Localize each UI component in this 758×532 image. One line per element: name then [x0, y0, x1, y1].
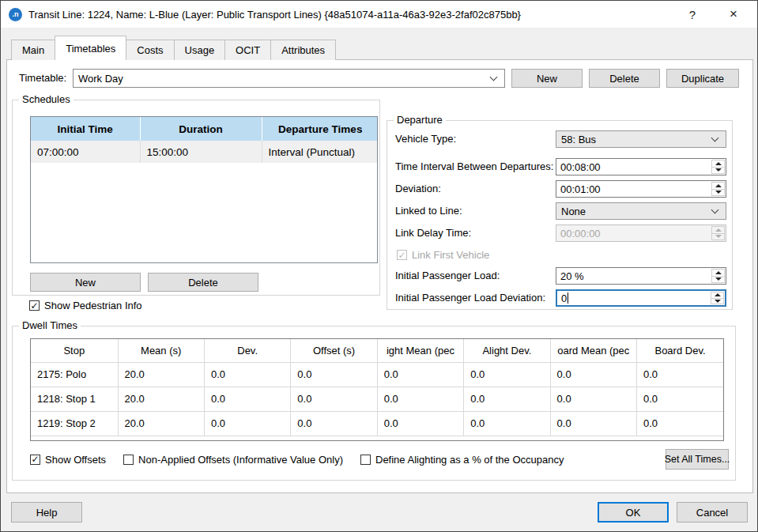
dwell-cell[interactable]: 0.0	[550, 387, 636, 411]
non-applied-offsets-checkbox[interactable]: Non-Applied Offsets (Informative Value O…	[123, 454, 343, 466]
tab-costs[interactable]: Costs	[126, 40, 174, 60]
dwell-row-1219[interactable]: 1219: Stop 2 20.0 0.0 0.0 0.0 0.0 0.0 0.…	[31, 411, 723, 436]
initial-passenger-load-deviation-spinner[interactable]: 0	[556, 289, 726, 307]
dwell-cell[interactable]: 0.0	[291, 411, 377, 436]
schedules-col-duration[interactable]: Duration	[140, 117, 262, 141]
spinner-arrows-icon[interactable]	[711, 269, 725, 283]
app-logo-icon: .n	[9, 8, 22, 21]
deviation-value: 00:01:00	[556, 181, 711, 197]
cancel-button[interactable]: Cancel	[677, 502, 748, 523]
tab-attributes[interactable]: Attributes	[270, 40, 336, 60]
tab-timetables[interactable]: Timetables	[55, 36, 126, 60]
dwell-cell[interactable]: 0.0	[464, 387, 550, 411]
dwell-cell[interactable]: 0.0	[637, 387, 723, 411]
initial-passenger-load-value: 20 %	[556, 268, 711, 284]
show-offsets-checkbox[interactable]: ✓ Show Offsets	[30, 454, 106, 466]
dwell-cell[interactable]: 0.0	[637, 411, 723, 436]
spinner-arrows-icon[interactable]	[711, 292, 724, 304]
timetable-selected-value: Work Day	[74, 73, 491, 85]
dwell-cell[interactable]: 0.0	[377, 387, 463, 411]
dwell-options-row: ✓ Show Offsets Non-Applied Offsets (Info…	[30, 449, 564, 470]
dwell-cell[interactable]: 0.0	[291, 362, 377, 387]
dwell-cell[interactable]: 0.0	[291, 387, 377, 411]
dwell-cell[interactable]: 0.0	[550, 411, 636, 436]
window-title: Transit Line: 1224, Name: L-Blue (Layer:…	[28, 9, 521, 21]
transit-line-dialog: .n Transit Line: 1224, Name: L-Blue (Lay…	[0, 0, 758, 532]
dwell-cell[interactable]: 20.0	[118, 411, 204, 436]
timetable-new-button[interactable]: New	[511, 69, 583, 88]
initial-passenger-load-spinner[interactable]: 20 %	[556, 267, 726, 285]
deviation-spinner[interactable]: 00:01:00	[556, 180, 726, 198]
link-delay-time-value: 00:00:00	[556, 225, 711, 241]
tab-main[interactable]: Main	[11, 40, 55, 60]
checkbox-check-icon: ✓	[397, 250, 407, 260]
dwell-cell[interactable]: 0.0	[464, 411, 550, 436]
dwell-cell[interactable]: 1218: Stop 1	[31, 387, 118, 411]
time-interval-label: Time Interval Between Departures:	[395, 158, 553, 175]
dwell-row-1218[interactable]: 1218: Stop 1 20.0 0.0 0.0 0.0 0.0 0.0 0.…	[31, 387, 723, 411]
show-pedestrian-info-checkbox[interactable]: ✓ Show Pedestrian Info	[29, 300, 142, 311]
tab-ocit[interactable]: OCIT	[224, 40, 271, 60]
schedules-col-initial-time[interactable]: Initial Time	[31, 117, 140, 141]
schedule-duration[interactable]: 15:00:00	[140, 141, 262, 163]
dwell-col-offset[interactable]: Offset (s)	[291, 339, 377, 362]
schedules-col-departure-times[interactable]: Departure Times	[262, 117, 378, 141]
help-icon[interactable]: ?	[675, 8, 710, 21]
dwell-cell[interactable]: 0.0	[377, 362, 463, 387]
schedule-new-button[interactable]: New	[30, 273, 141, 292]
dwell-row-2175[interactable]: 2175: Polo 20.0 0.0 0.0 0.0 0.0 0.0 0.0	[31, 362, 723, 387]
ok-button[interactable]: OK	[598, 502, 669, 523]
vehicle-type-label: Vehicle Type:	[395, 130, 456, 148]
dwell-col-mean[interactable]: Mean (s)	[118, 339, 204, 362]
dwell-cell[interactable]: 20.0	[118, 362, 204, 387]
dwell-cell[interactable]: 0.0	[204, 411, 290, 436]
dwell-cell[interactable]: 0.0	[377, 411, 463, 436]
dwell-col-board-dev[interactable]: Board Dev.	[637, 339, 723, 362]
dwell-cell[interactable]: 2175: Polo	[31, 362, 118, 387]
deviation-label: Deviation:	[395, 180, 441, 198]
dwell-times-table[interactable]: Stop Mean (s) Dev. Offset (s) ight Mean …	[30, 338, 724, 441]
tab-usage[interactable]: Usage	[174, 40, 226, 60]
time-interval-value: 00:08:00	[556, 159, 711, 175]
dwell-col-alight-mean[interactable]: ight Mean (pec	[377, 339, 463, 362]
initial-passenger-load-row: Initial Passenger Load: 20 %	[387, 267, 732, 285]
time-interval-row: Time Interval Between Departures: 00:08:…	[387, 158, 732, 175]
schedule-row[interactable]: 07:00:00 15:00:00 Interval (Punctual)	[31, 141, 378, 163]
spinner-arrows-icon[interactable]	[711, 182, 725, 196]
schedules-groupbox: Schedules Initial Time Duration Departur…	[12, 100, 380, 296]
timetable-select[interactable]: Work Day	[73, 69, 505, 88]
dwell-col-alight-dev[interactable]: Alight Dev.	[464, 339, 550, 362]
departure-groupbox: Departure Vehicle Type: 58: Bus Time Int…	[387, 120, 733, 310]
dwell-cell[interactable]: 0.0	[550, 362, 636, 387]
schedule-initial-time[interactable]: 07:00:00	[31, 141, 140, 163]
linked-to-line-select[interactable]: None	[556, 202, 726, 220]
close-icon[interactable]: ×	[710, 6, 757, 22]
dwell-col-dev[interactable]: Dev.	[204, 339, 290, 362]
departure-group-title: Departure	[394, 114, 446, 126]
timetable-duplicate-button[interactable]: Duplicate	[666, 69, 739, 88]
dwell-cell[interactable]: 0.0	[204, 387, 290, 411]
dwell-col-board-mean[interactable]: oard Mean (pec	[550, 339, 636, 362]
dwell-cell[interactable]: 0.0	[464, 362, 550, 387]
schedules-table[interactable]: Initial Time Duration Departure Times 07…	[30, 116, 378, 263]
linked-to-line-row: Linked to Line: None	[387, 202, 732, 220]
dwell-cell[interactable]: 0.0	[204, 362, 290, 387]
initial-passenger-load-label: Initial Passenger Load:	[395, 267, 500, 285]
vehicle-type-select[interactable]: 58: Bus	[556, 130, 726, 148]
dwell-cell[interactable]: 0.0	[637, 362, 723, 387]
help-button[interactable]: Help	[11, 502, 82, 523]
timetable-delete-button[interactable]: Delete	[589, 69, 660, 88]
show-offsets-label: Show Offsets	[45, 454, 106, 466]
initial-passenger-load-deviation-value: 0	[557, 291, 711, 305]
schedule-departure-times[interactable]: Interval (Punctual)	[262, 141, 378, 163]
schedule-delete-button[interactable]: Delete	[148, 273, 258, 292]
dwell-cell[interactable]: 1219: Stop 2	[31, 411, 118, 436]
dwell-cell[interactable]: 20.0	[118, 387, 204, 411]
title-bar: .n Transit Line: 1224, Name: L-Blue (Lay…	[1, 1, 757, 28]
linked-to-line-label: Linked to Line:	[395, 202, 462, 220]
dwell-col-stop[interactable]: Stop	[31, 339, 118, 362]
define-alighting-checkbox[interactable]: Define Alighting as a % of the Occupancy	[360, 454, 564, 466]
time-interval-spinner[interactable]: 00:08:00	[556, 158, 726, 175]
set-all-times-button[interactable]: Set All Times...	[666, 449, 729, 470]
spinner-arrows-icon[interactable]	[711, 160, 725, 174]
